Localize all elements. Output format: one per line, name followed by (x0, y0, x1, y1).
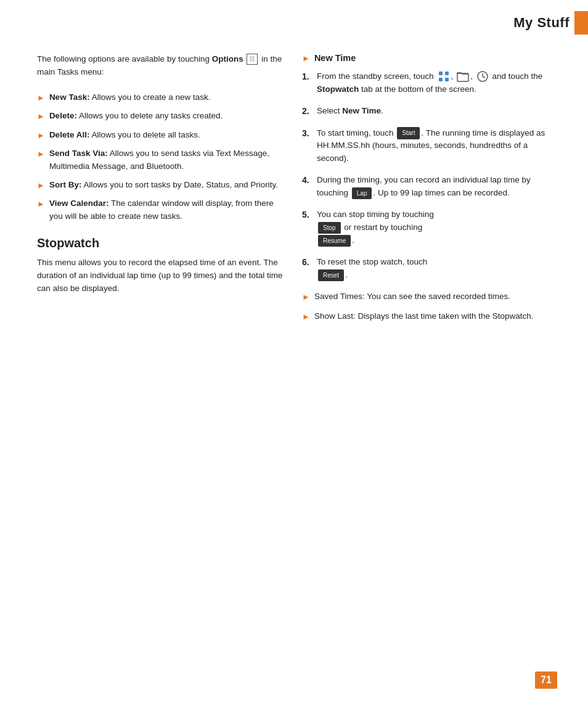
intro-prefix: The following options are available by t… (37, 54, 212, 64)
item-text: Allows you to create a new task. (90, 92, 211, 102)
show-last-item: ► Show Last: Displays the last time take… (302, 310, 557, 323)
options-icon: ☷ (247, 54, 258, 65)
step-4: 4. During the timing, you can record an … (302, 174, 557, 200)
step-number: 2. (302, 105, 313, 118)
arrow-icon: ► (302, 311, 310, 323)
main-content: The following options are available by t… (0, 41, 588, 349)
step-content: You can stop timing by touching Stop or … (317, 208, 557, 247)
list-item: ► New Task: Allows you to create a new t… (37, 91, 284, 104)
item-label: Sort By: (49, 180, 82, 189)
options-list: ► New Task: Allows you to create a new t… (37, 91, 284, 223)
svg-line-7 (483, 76, 485, 78)
stop-button-inline: Stop (318, 222, 341, 234)
item-text: Allows you to delete all tasks. (89, 130, 200, 139)
new-time-bold: New Time (342, 106, 381, 115)
svg-rect-1 (445, 72, 449, 75)
step-content: From the standby screen, touch , (317, 70, 557, 96)
reset-button-inline: Reset (318, 269, 344, 282)
step-content: To reset the stop watch, touch Reset. (317, 256, 557, 282)
arrow-icon: ► (37, 148, 45, 160)
arrow-icon: ► (37, 129, 45, 142)
clock-icon (476, 70, 489, 83)
step-number: 4. (302, 174, 313, 187)
step-number: 5. (302, 208, 313, 222)
step-content: To start timing, touch Start. The runnin… (317, 127, 557, 166)
saved-times-item: ► Saved Times: You can see the saved rec… (302, 290, 557, 303)
step-number: 1. (302, 70, 313, 84)
right-column: ► New Time 1. From the standby screen, t… (302, 53, 557, 330)
resume-button-inline: Resume (318, 235, 351, 247)
new-time-title: New Time (314, 53, 356, 63)
list-item: ► Delete All: Allows you to delete all t… (37, 129, 284, 142)
item-label: Delete: (49, 111, 77, 120)
arrow-icon: ► (37, 92, 45, 104)
list-item: ► Delete: Allows you to delete any tasks… (37, 110, 284, 123)
header-accent-bar (574, 11, 588, 35)
arrow-icon: ► (302, 291, 310, 303)
item-label: Send Task Via: (49, 149, 108, 158)
svg-rect-0 (439, 72, 443, 75)
arrow-icon: ► (37, 198, 45, 210)
step-3: 3. To start timing, touch Start. The run… (302, 127, 557, 166)
step-number: 6. (302, 256, 313, 269)
folder-icon (457, 70, 469, 83)
step-content: During the timing, you can record an ind… (317, 174, 557, 200)
item-label: Delete All: (49, 130, 90, 139)
svg-rect-2 (439, 78, 443, 81)
lap-button-inline: Lap (352, 187, 372, 200)
new-time-steps: 1. From the standby screen, touch , (302, 70, 557, 282)
new-time-header: ► New Time (302, 53, 557, 63)
item-label: New Task: (49, 92, 90, 102)
arrow-icon: ► (37, 179, 45, 192)
grid-icon (438, 70, 450, 83)
stopwatch-bold: Stopwatch (317, 84, 359, 94)
arrow-icon: ► (302, 54, 310, 63)
svg-rect-3 (445, 78, 449, 81)
stopwatch-body: This menu allows you to record the elaps… (37, 257, 284, 295)
step-6: 6. To reset the stop watch, touch Reset. (302, 256, 557, 282)
step-2: 2. Select New Time. (302, 105, 557, 118)
left-column: The following options are available by t… (37, 53, 284, 330)
page-footer: 71 (535, 671, 557, 689)
show-last-label: Show Last: (314, 311, 356, 321)
item-text: Allows you to sort tasks by Date, Status… (81, 180, 278, 189)
item-text: Allows you to delete any tasks created. (77, 111, 223, 120)
step-number: 3. (302, 127, 313, 141)
step-1: 1. From the standby screen, touch , (302, 70, 557, 96)
intro-paragraph: The following options are available by t… (37, 53, 284, 79)
options-bold: Options (212, 54, 243, 64)
list-item: ► Sort By: Allows you to sort tasks by D… (37, 179, 284, 192)
list-item: ► Send Task Via: Allows you to send task… (37, 147, 284, 173)
item-label: View Calendar: (49, 199, 109, 208)
page-title: My Stuff (513, 15, 570, 31)
svg-rect-4 (457, 73, 468, 81)
step-5: 5. You can stop timing by touching Stop … (302, 208, 557, 247)
saved-times-label: Saved Times: (314, 292, 365, 301)
step-content: Select New Time. (317, 105, 557, 118)
show-last-text: Show Last: Displays the last time taken … (314, 310, 534, 322)
page-header: My Stuff (0, 0, 588, 41)
list-item: ► View Calendar: The calendar window wil… (37, 197, 284, 223)
stopwatch-heading: Stopwatch (37, 236, 284, 250)
saved-times-text: Saved Times: You can see the saved recor… (314, 290, 510, 303)
page-number: 71 (535, 671, 557, 689)
start-button-inline: Start (397, 127, 420, 139)
arrow-icon: ► (37, 110, 45, 123)
